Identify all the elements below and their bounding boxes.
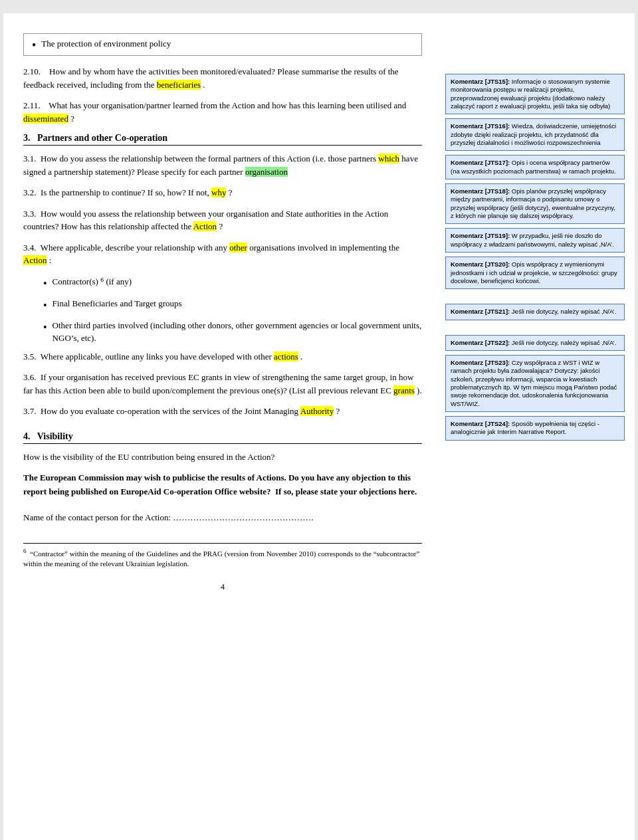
bullet-text: The protection of environment policy bbox=[41, 38, 171, 50]
q31-which: which bbox=[378, 154, 399, 163]
q32-end: ? bbox=[229, 187, 233, 197]
footnote-num: 6 bbox=[23, 548, 27, 554]
sub-bullet-3: • Other third parties involved (includin… bbox=[43, 319, 422, 345]
comment-jts21-text: Jeśli nie dotyczy, należy wpisać ‚N/A’. bbox=[512, 308, 617, 315]
comment-jts24: Komentarz [JTS24]: Sposób wypełnienia te… bbox=[445, 416, 625, 441]
q36-highlight: grants bbox=[393, 385, 415, 395]
q35-text: 3.5. Where applicable, outline any links… bbox=[23, 352, 272, 362]
q31-highlight: organisation bbox=[245, 167, 288, 177]
sub-bullet-2-text: Final Beneficiaries and Target groups bbox=[53, 297, 182, 310]
comment-jts22: Komentarz [JTS22]: Jeśli nie dotyczy, na… bbox=[445, 335, 625, 351]
comment-jts19-title: Komentarz [JTS19]: bbox=[451, 232, 510, 239]
q32-why: why bbox=[211, 187, 226, 197]
q34-mid: organisations involved in implementing t… bbox=[249, 243, 399, 253]
comment-jts21-title: Komentarz [JTS21]: bbox=[451, 308, 510, 315]
comment-jts18: Komentarz [JTS18]: Opis planów przyszłej… bbox=[445, 183, 625, 224]
comment-jts15: Komentarz [JTS15]: Informacje o stosowan… bbox=[445, 74, 625, 114]
bullet-icon-3: • bbox=[43, 320, 47, 336]
comment-jts16-title: Komentarz [JTS16]: bbox=[451, 122, 510, 130]
footnote-section: 6 “Contractor” within the meaning of the… bbox=[23, 543, 422, 569]
question-2-11: 2.11. What has your organisation/partner… bbox=[23, 99, 422, 125]
question-3-5: 3.5. Where applicable, outline any links… bbox=[23, 350, 422, 364]
q210-end: . bbox=[203, 80, 205, 90]
comment-jts17-title: Komentarz [JTS17]: bbox=[451, 159, 510, 166]
sidebar-gap2 bbox=[445, 324, 625, 331]
sidebar: Komentarz [JTS15]: Informacje o stosowan… bbox=[442, 27, 628, 840]
question-3-7: 3.7. How do you evaluate co-operation wi… bbox=[23, 405, 422, 418]
sidebar-spacer-top bbox=[445, 30, 625, 70]
question-3-1: 3.1. How do you assess the relationship … bbox=[23, 152, 422, 178]
question-3-6: 3.6. If your organisation has received p… bbox=[23, 371, 422, 397]
q34-other: other bbox=[229, 243, 247, 253]
q210-highlight: beneficiaries bbox=[157, 80, 201, 90]
comment-jts19: Komentarz [JTS19]: W przypadku, jeśli ni… bbox=[445, 228, 625, 253]
comment-jts22-text: Jeśli nie dotyczy, należy wpisać ‚N/A’. bbox=[512, 339, 617, 346]
section4-num: 4. bbox=[23, 431, 31, 441]
comment-jts20-title: Komentarz [JTS20]: bbox=[451, 261, 510, 268]
q211-text: 2.11. What has your organisation/partner… bbox=[23, 100, 406, 110]
q34-text: 3.4. Where applicable, describe your rel… bbox=[23, 243, 227, 253]
q33-end: ? bbox=[219, 221, 223, 231]
comment-jts20: Komentarz [JTS20]: Opis współpracy z wym… bbox=[445, 257, 625, 289]
q35-end: . bbox=[300, 352, 302, 362]
question-3-2: 3.2. Is the partnership to continue? If … bbox=[23, 186, 422, 199]
question-3-3: 3.3. How would you assess the relationsh… bbox=[23, 207, 422, 233]
footnote-body: “Contractor” within the meaning of the G… bbox=[23, 549, 419, 567]
q34-action-highlight: Action bbox=[23, 255, 47, 265]
bullet-box: • The protection of environment policy bbox=[23, 33, 422, 56]
comment-jts23-title: Komentarz [JTS23]: bbox=[451, 359, 510, 366]
bold-block: The European Commission may wish to publ… bbox=[23, 471, 422, 499]
comment-jts17: Komentarz [JTS17]: Opis i ocena współpra… bbox=[445, 155, 625, 179]
sub-bullet-1-text: Contractor(s) ⁶ (if any) bbox=[53, 275, 132, 288]
sub-bullet-2: • Final Beneficiaries and Target groups bbox=[43, 297, 422, 314]
bullet-icon-1: • bbox=[43, 276, 47, 292]
question-3-4: 3.4. Where applicable, describe your rel… bbox=[23, 241, 422, 267]
q211-end: ? bbox=[70, 114, 74, 124]
q37-end: ? bbox=[336, 406, 340, 416]
page-number: 4 bbox=[23, 582, 422, 592]
bullet-icon-2: • bbox=[43, 298, 47, 314]
comment-jts22-title: Komentarz [JTS22]: bbox=[451, 339, 510, 346]
comment-jts16: Komentarz [JTS16]: Wiedza, doświadczenie… bbox=[445, 118, 625, 151]
q37-highlight: Authority bbox=[300, 406, 334, 416]
q31-text: 3.1. How do you assess the relationship … bbox=[23, 154, 376, 163]
q33-highlight: Action bbox=[193, 221, 217, 231]
q211-highlight: disseminated bbox=[23, 114, 68, 124]
section4-question: How is the visibility of the EU contribu… bbox=[23, 451, 422, 464]
footnote-text: 6 “Contractor” within the meaning of the… bbox=[23, 547, 422, 569]
main-content: • The protection of environment policy 2… bbox=[10, 27, 435, 840]
sub-bullet-1: • Contractor(s) ⁶ (if any) bbox=[43, 275, 422, 292]
contact-line: Name of the contact person for the Actio… bbox=[23, 512, 422, 523]
section3-title: 3. Partners and other Co-operation bbox=[23, 133, 422, 146]
comment-jts18-title: Komentarz [JTS18]: bbox=[451, 187, 510, 195]
comment-jts24-title: Komentarz [JTS24]: bbox=[451, 420, 510, 427]
comment-jts23: Komentarz [JTS23]: Czy współpraca z WST … bbox=[445, 355, 625, 412]
q36-end: ). bbox=[417, 385, 422, 395]
sub-bullets: • Contractor(s) ⁶ (if any) • Final Benef… bbox=[43, 275, 422, 345]
q34-end: : bbox=[49, 255, 52, 265]
section4-label: Visibility bbox=[37, 431, 73, 441]
q36-text: 3.6. If your organisation has received p… bbox=[23, 372, 413, 395]
section4-title: 4. Visibility bbox=[23, 431, 422, 444]
comment-jts15-title: Komentarz [JTS15]: bbox=[451, 78, 510, 85]
comment-jts21: Komentarz [JTS21]: Jeśli nie dotyczy, na… bbox=[445, 304, 625, 320]
q32-text: 3.2. Is the partnership to continue? If … bbox=[23, 187, 209, 197]
sub-bullet-3-text: Other third parties involved (including … bbox=[53, 319, 422, 345]
q37-text: 3.7. How do you evaluate co-operation wi… bbox=[23, 406, 298, 416]
question-2-10: 2.10. How and by whom have the activitie… bbox=[23, 65, 422, 91]
bullet-icon: • bbox=[32, 39, 36, 51]
q35-highlight: actions bbox=[274, 352, 298, 362]
page: • The protection of environment policy 2… bbox=[3, 13, 635, 840]
sidebar-gap bbox=[445, 293, 625, 300]
q210-text: 2.10. How and by whom have the activitie… bbox=[23, 66, 399, 90]
